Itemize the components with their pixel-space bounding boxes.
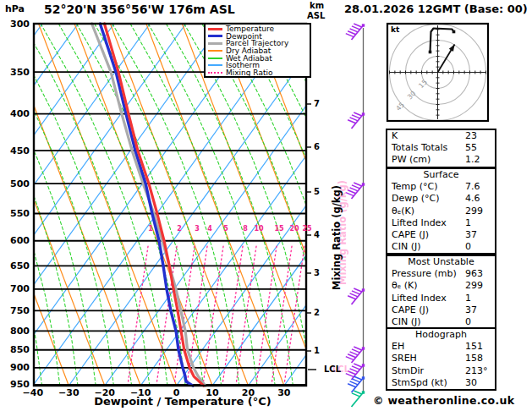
wind-barb-feather [348, 296, 356, 299]
stat-label: θₑ (K) [392, 280, 418, 291]
km-tick-label: 3 [314, 268, 320, 277]
station-title: 52°20'N 356°56'W 176m ASL [44, 3, 235, 16]
wind-barb-feather [348, 384, 356, 387]
legend-swatch-dewpoint [208, 35, 222, 37]
mixing-ratio-label: 4 [207, 225, 212, 233]
stat-label: EH [392, 341, 404, 352]
storm-motion-arrowhead [449, 45, 455, 52]
stats-table-header: Most Unstable [387, 256, 495, 268]
wind-barb-feather [348, 190, 356, 194]
wind-barb-feather [352, 185, 360, 189]
stat-value: 1 [465, 293, 471, 304]
legend-swatch-dry-adiabat [208, 50, 222, 52]
pressure-tick-label: 900 [0, 362, 30, 373]
stat-value: 213° [465, 365, 488, 377]
wind-barb-feather [352, 349, 360, 353]
stat-value: 963 [465, 268, 483, 280]
stat-value: 299 [465, 206, 483, 217]
stat-row: θₑ (K)299 [387, 280, 495, 292]
stat-label: Temp (°C) [392, 181, 438, 192]
stat-label: PW (cm) [392, 154, 431, 165]
hodograph-ring-label: 15 [417, 79, 429, 90]
mixing-ratio-label: 25 [302, 225, 311, 233]
km-tick-label: 1 [314, 346, 320, 355]
wind-barb-feather [350, 188, 359, 191]
legend-swatch-mixing-ratio [208, 72, 222, 74]
km-tick-label: 2 [314, 308, 320, 317]
wind-barb-feather [350, 293, 359, 297]
wind-barb-feather [348, 354, 356, 358]
hodograph-inner: 153045 [389, 24, 486, 120]
stat-value: 37 [465, 229, 477, 241]
pressure-tick-label: 500 [0, 178, 30, 189]
stats-table: K23Totals Totals55PW (cm)1.2 [386, 129, 496, 168]
legend-swatch-parcel-trajectory [208, 42, 222, 45]
wind-barb-feather [352, 366, 360, 370]
wind-barb [352, 391, 365, 407]
wind-barb-feather [350, 381, 359, 385]
stat-value: 30 [465, 377, 477, 389]
km-axis-unit: km [310, 1, 324, 10]
wind-barb-feather [346, 357, 354, 360]
legend-item: Mixing Ratio [207, 69, 310, 77]
wind-barb-feather [354, 391, 362, 394]
pressure-tick-label: 750 [0, 305, 30, 316]
stat-label: Totals Totals [392, 142, 447, 153]
legend-label: Mixing Ratio [226, 68, 272, 77]
legend-box: TemperatureDewpointParcel TrajectoryDry … [204, 23, 311, 78]
pressure-tick-label: 600 [0, 235, 30, 246]
wind-barb [348, 112, 365, 129]
stat-label: Lifted Index [392, 217, 447, 228]
pressure-tick-label: 550 [0, 208, 30, 219]
wind-barb-feather [350, 369, 359, 372]
hodograph-trace-dot [429, 51, 432, 54]
stat-label: StmDir [392, 365, 424, 376]
copyright-footer: © weatheronline.co.uk [373, 394, 514, 407]
wind-barb-feather [352, 291, 360, 294]
stat-value: 0 [465, 241, 471, 253]
mixing-ratio-label: 3 [195, 225, 200, 233]
pressure-tick-label: 450 [0, 145, 30, 156]
km-tick-label: 6 [314, 142, 320, 151]
wind-barb-feather [346, 374, 354, 377]
stat-row: Temp (°C)7.6 [387, 181, 495, 193]
pressure-tick-label: 800 [0, 326, 30, 337]
km-tick-label: 5 [314, 187, 320, 196]
x-axis-title: Dewpoint / Temperature (°C) [94, 395, 271, 408]
hodograph-ring-label: 30 [406, 90, 418, 101]
dry-adiabat-line [505, 24, 532, 386]
mixing-ratio-label: 5 [223, 225, 228, 233]
stat-value: 7.6 [465, 181, 480, 193]
wind-barb-feather [354, 364, 362, 367]
stat-value: 23 [465, 130, 477, 142]
stat-label: SREH [392, 353, 417, 364]
stat-value: 299 [465, 280, 483, 292]
stats-table-hodograph: HodographEH151SREH158StmDir213°StmSpd (k… [386, 327, 496, 391]
stat-row: Pressure (mb)963 [387, 268, 495, 280]
wind-barb-feather [352, 379, 360, 382]
stat-row: CAPE (J)37 [387, 229, 495, 241]
km-tick-label: 4 [314, 230, 320, 239]
stat-label: CIN (J) [392, 241, 420, 252]
wind-barb [346, 347, 365, 363]
km-tick-label: 7 [314, 99, 320, 108]
wind-barb-feather [354, 288, 362, 292]
hodograph-unit-label: kt [391, 25, 399, 34]
stat-row: CAPE (J)37 [387, 304, 495, 316]
pressure-tick-label: 850 [0, 344, 30, 355]
temperature-tick-label: 30 [277, 387, 290, 398]
stat-value: 158 [465, 353, 483, 364]
temperature-tick-label: −40 [23, 387, 44, 398]
wind-barb-feather [350, 118, 359, 121]
stat-row: StmDir213° [387, 365, 495, 377]
mixing-ratio-line [284, 244, 305, 386]
wind-barb-feather [354, 347, 362, 350]
lcl-label: LCL [324, 364, 341, 374]
stats-table-header: Hodograph [387, 329, 495, 341]
stat-label: Dewp (°C) [392, 193, 439, 204]
stat-value: 151 [465, 341, 483, 353]
pressure-tick-label: 700 [0, 283, 30, 294]
stat-row: SREH158 [387, 353, 495, 364]
stat-value: 1.2 [465, 154, 480, 166]
datetime-title: 28.01.2026 12GMT (Base: 00) [344, 3, 528, 15]
